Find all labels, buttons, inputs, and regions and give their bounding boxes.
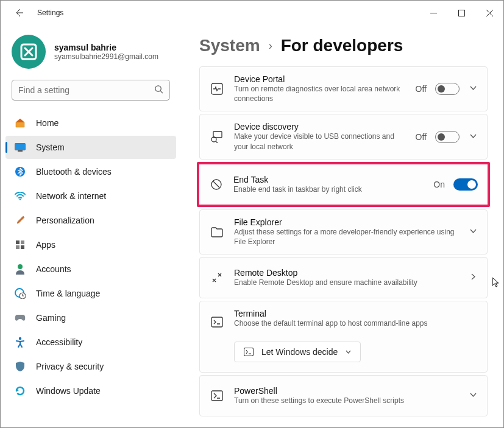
chevron-right-icon[interactable] — [469, 272, 477, 283]
svg-rect-0 — [458, 10, 464, 16]
chevron-down-icon[interactable] — [469, 226, 477, 237]
card-end-task[interactable]: End Task Enable end task in taskbar by r… — [199, 164, 488, 205]
window-title: Settings — [37, 9, 63, 17]
bluetooth-icon — [14, 166, 26, 178]
highlight-annotation: End Task Enable end task in taskbar by r… — [197, 162, 490, 207]
sidebar: syamsul bahrie syamsulbahrie2991@gmail.c… — [1, 25, 183, 427]
svg-rect-8 — [16, 245, 20, 249]
card-device-portal[interactable]: Device Portal Turn on remote diagnostics… — [199, 66, 488, 111]
card-desc: Turn on remote diagnostics over local ar… — [234, 84, 406, 103]
card-file-explorer[interactable]: File Explorer Adjust these settings for … — [199, 209, 488, 254]
accessibility-icon — [14, 336, 26, 348]
minimize-button[interactable] — [419, 1, 447, 25]
terminal-icon — [210, 315, 224, 329]
card-desc: Adjust these settings for a more develop… — [234, 227, 460, 247]
nav-label: Accounts — [36, 264, 71, 274]
close-icon — [486, 10, 493, 16]
gamepad-icon — [14, 312, 26, 324]
nav-item-windows-update[interactable]: Windows Update — [5, 379, 176, 402]
person-icon — [14, 263, 26, 275]
wifi-icon — [14, 190, 26, 202]
card-title: File Explorer — [234, 217, 460, 227]
breadcrumb-parent[interactable]: System — [199, 36, 260, 55]
system-icon — [14, 141, 26, 153]
card-desc: Make your device visible to USB connecti… — [234, 132, 406, 151]
breadcrumb: System › For developers — [199, 36, 488, 55]
nav-label: Bluetooth & devices — [36, 167, 112, 177]
nav-item-accessibility[interactable]: Accessibility — [5, 331, 176, 354]
back-button[interactable] — [12, 5, 26, 20]
nav-label: Privacy & security — [36, 362, 104, 371]
nav-item-network[interactable]: Network & internet — [5, 184, 176, 208]
terminal-dropdown[interactable]: Let Windows decide — [234, 342, 361, 362]
terminal-small-icon — [243, 346, 254, 357]
nav-item-accounts[interactable]: Accounts — [5, 258, 176, 281]
nav-label: Accessibility — [36, 337, 82, 347]
update-icon — [14, 385, 26, 397]
svg-rect-2 — [15, 144, 26, 150]
nav-item-apps[interactable]: Apps — [5, 233, 176, 256]
card-device-discovery[interactable]: Device discovery Make your device visibl… — [199, 114, 488, 159]
status-label: Off — [416, 84, 427, 94]
profile-header[interactable]: syamsul bahrie syamsulbahrie2991@gmail.c… — [1, 25, 181, 80]
maximize-button[interactable] — [447, 1, 475, 25]
remote-desktop-icon — [210, 270, 224, 285]
nav-item-privacy[interactable]: Privacy & security — [5, 355, 176, 378]
globe-time-icon — [14, 287, 26, 300]
nav-label: Apps — [36, 240, 55, 250]
nav-item-time[interactable]: Time & language — [5, 282, 176, 305]
arrow-left-icon — [14, 8, 24, 18]
nav-item-personalization[interactable]: Personalization — [5, 209, 176, 232]
chevron-right-icon: › — [269, 40, 272, 52]
card-remote-desktop[interactable]: Remote Desktop Enable Remote Desktop and… — [199, 257, 488, 298]
chevron-down-icon[interactable] — [469, 390, 477, 401]
svg-rect-20 — [211, 391, 222, 401]
svg-point-13 — [19, 337, 21, 340]
card-title: Device Portal — [234, 74, 406, 84]
brush-icon — [14, 214, 26, 226]
search-input[interactable] — [18, 85, 154, 95]
toggle-device-portal[interactable] — [435, 83, 460, 95]
svg-rect-19 — [244, 348, 254, 356]
nav-item-gaming[interactable]: Gaming — [5, 306, 176, 329]
card-powershell[interactable]: PowerShell Turn on these settings to exe… — [199, 375, 488, 416]
card-desc: Choose the default terminal app to host … — [234, 318, 477, 328]
card-title: Remote Desktop — [234, 268, 460, 278]
svg-rect-14 — [211, 83, 222, 94]
avatar — [12, 35, 46, 69]
status-label: Off — [416, 132, 427, 142]
nav-label: Time & language — [36, 289, 100, 298]
home-icon — [14, 117, 26, 129]
card-desc: Enable end task in taskbar by right clic… — [233, 184, 424, 194]
card-title: Terminal — [234, 309, 477, 318]
nav-label: Windows Update — [36, 386, 101, 396]
main-content: System › For developers Device Portal Tu… — [183, 25, 503, 427]
chevron-down-icon[interactable] — [469, 132, 477, 142]
nav-item-system[interactable]: System — [5, 136, 176, 159]
nav-label: Gaming — [36, 313, 66, 323]
nav-list: Home System Bluetooth & devices Network … — [1, 109, 181, 405]
card-terminal: Terminal Choose the default terminal app… — [199, 301, 488, 373]
toggle-end-task[interactable] — [453, 178, 478, 191]
nav-item-home[interactable]: Home — [5, 111, 176, 135]
close-button[interactable] — [475, 1, 503, 25]
device-search-icon — [210, 130, 224, 144]
svg-rect-18 — [211, 317, 222, 327]
dropdown-label: Let Windows decide — [261, 347, 338, 357]
powershell-icon — [210, 388, 224, 403]
svg-point-1 — [155, 85, 161, 91]
toggle-device-discovery[interactable] — [435, 131, 460, 143]
nav-label: Personalization — [36, 216, 94, 225]
svg-rect-9 — [21, 245, 24, 249]
nav-label: System — [36, 142, 65, 152]
card-title: Device discovery — [234, 122, 406, 132]
card-desc: Turn on these settings to execute PowerS… — [234, 396, 460, 405]
status-label: On — [433, 180, 445, 189]
svg-rect-3 — [18, 150, 23, 152]
chevron-down-icon[interactable] — [469, 83, 477, 94]
search-box[interactable] — [12, 80, 170, 100]
nav-item-bluetooth[interactable]: Bluetooth & devices — [5, 160, 176, 183]
search-icon — [154, 85, 163, 96]
shield-icon — [14, 360, 26, 373]
svg-point-5 — [20, 198, 21, 200]
